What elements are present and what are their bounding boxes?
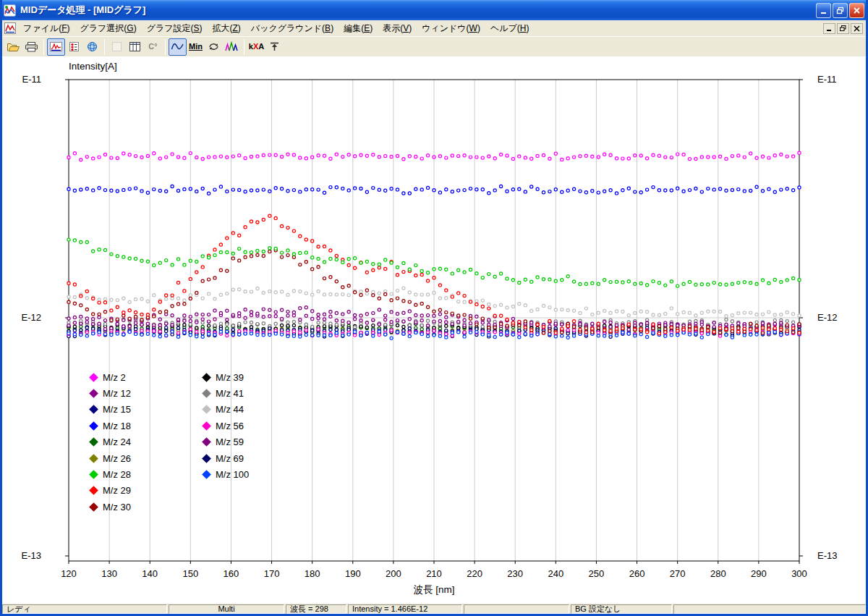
y-label-left: E-12	[22, 312, 41, 323]
x-tick-label: 250	[589, 568, 605, 579]
chart-area: Intensity[A]1201301401501601701801902002…	[0, 56, 868, 604]
caption-buttons	[816, 3, 864, 18]
x-tick-label: 130	[101, 568, 117, 579]
x-tick-label: 220	[467, 568, 482, 579]
x-tick-label: 140	[142, 568, 158, 579]
marker-list-button[interactable]	[65, 38, 83, 56]
sine-wave-icon	[171, 41, 184, 52]
print-button[interactable]	[22, 38, 41, 56]
plot-area[interactable]: Intensity[A]1201301401501601701801902002…	[0, 56, 868, 604]
blue-sphere-icon	[85, 41, 99, 52]
mdi-close-icon	[854, 25, 860, 32]
y-axis-title: Intensity[A]	[69, 61, 117, 72]
graph-mode-button[interactable]	[47, 38, 65, 56]
kxa-icon: kXA	[249, 43, 264, 51]
window-title: MIDデータ処理 - [MIDグラフ]	[20, 4, 816, 17]
sphere-view-button[interactable]	[83, 38, 101, 56]
loop-mode-button[interactable]	[205, 38, 223, 56]
table-view-button[interactable]	[126, 38, 144, 56]
status-panel-6	[673, 604, 866, 614]
folder-open-icon	[7, 41, 20, 52]
toolbar-separator	[104, 39, 105, 55]
upload-button[interactable]	[265, 38, 284, 56]
restore-button[interactable]	[833, 3, 848, 18]
close-icon	[853, 7, 861, 14]
kxa-mode-button[interactable]: kXA	[247, 38, 265, 56]
wave-mode-button[interactable]	[169, 38, 187, 56]
x-tick-label: 230	[507, 568, 523, 579]
status-bar: レディMulti波長 = 298Intensity = 1.466E-12BG …	[2, 603, 866, 614]
status-bg-: BG 設定なし	[571, 604, 672, 614]
y-label-right: E-11	[817, 74, 837, 85]
x-tick-label: 200	[386, 568, 401, 579]
mdi-child-icon[interactable]	[4, 22, 16, 34]
mdi-window-buttons	[823, 23, 866, 34]
y-label-right: E-13	[817, 550, 837, 561]
red-marker-list-icon	[67, 41, 81, 52]
menu-w[interactable]: ウィンドウ(W)	[417, 20, 485, 37]
menu-e[interactable]: 編集(E)	[339, 20, 378, 37]
x-axis-title: 波長 [nm]	[413, 584, 454, 595]
app-window: MIDデータ処理 - [MIDグラフ]	[0, 0, 868, 616]
app-icon	[4, 4, 16, 17]
mdi-restore-icon	[840, 25, 846, 32]
celsius-icon: C°	[148, 43, 157, 51]
mdi-minimize-icon	[826, 25, 833, 32]
y-label-left: E-11	[22, 74, 42, 85]
menu-s[interactable]: グラフ設定(S)	[142, 20, 208, 37]
menu-g[interactable]: グラフ選択(G)	[75, 20, 141, 37]
menu-h[interactable]: ヘルプ(H)	[485, 20, 535, 37]
restore-icon	[836, 7, 844, 14]
min-mode-button[interactable]: Min	[187, 38, 205, 56]
toolbar-separator	[244, 39, 244, 55]
peaks-mode-button[interactable]	[223, 38, 241, 56]
close-button[interactable]	[849, 3, 864, 18]
menu-v[interactable]: 表示(V)	[378, 20, 417, 37]
x-tick-label: 260	[629, 568, 645, 579]
x-tick-label: 290	[751, 568, 767, 579]
x-tick-label: 300	[791, 568, 807, 579]
status-intensity-1-466e-12: Intensity = 1.466E-12	[348, 604, 462, 614]
mdi-minimize-button[interactable]	[823, 23, 835, 34]
status-panel-4	[464, 604, 569, 614]
x-tick-label: 240	[548, 568, 563, 579]
status--: レディ	[2, 604, 167, 614]
menu-items: ファイル(F)グラフ選択(G)グラフ設定(S)拡大(Z)バックグラウンド(B)編…	[18, 20, 534, 37]
x-tick-label: 210	[426, 568, 442, 579]
x-tick-label: 180	[305, 568, 320, 579]
blank-mode-button[interactable]	[108, 38, 126, 56]
toolbar: C°MinkXA	[0, 36, 868, 56]
menu-b[interactable]: バックグラウンド(B)	[246, 20, 339, 37]
status--298: 波長 = 298	[286, 604, 346, 614]
menu-bar: ファイル(F)グラフ選択(G)グラフ設定(S)拡大(Z)バックグラウンド(B)編…	[0, 20, 868, 36]
x-tick-label: 280	[710, 568, 726, 579]
x-tick-label: 270	[670, 568, 686, 579]
loop-arrows-icon	[207, 41, 221, 52]
minimize-icon	[820, 7, 827, 14]
celsius-mode-button[interactable]: C°	[144, 38, 162, 56]
x-tick-label: 170	[264, 568, 280, 579]
menu-f[interactable]: ファイル(F)	[18, 20, 75, 37]
peaks-icon	[225, 41, 239, 52]
toolbar-separator	[43, 39, 44, 55]
status-multi: Multi	[169, 604, 284, 614]
toolbar-separator	[165, 39, 166, 55]
mdi-close-button[interactable]	[851, 23, 863, 34]
x-tick-label: 160	[224, 568, 239, 579]
spectrum-graph-icon	[49, 41, 63, 52]
y-label-right: E-12	[817, 312, 837, 323]
y-label-left: E-13	[22, 550, 41, 561]
menu-z[interactable]: 拡大(Z)	[208, 20, 246, 37]
blank-square-icon	[110, 41, 124, 52]
mdi-restore-button[interactable]	[837, 23, 849, 34]
x-tick-label: 190	[345, 568, 361, 579]
minimize-button[interactable]	[816, 3, 831, 18]
x-tick-label: 150	[182, 568, 198, 579]
min-icon: Min	[189, 43, 203, 51]
up-arrow-icon	[268, 41, 281, 52]
x-tick-label: 120	[61, 568, 77, 579]
open-button[interactable]	[4, 38, 22, 56]
printer-icon	[25, 41, 38, 52]
table-columns-icon	[128, 41, 142, 52]
title-bar: MIDデータ処理 - [MIDグラフ]	[0, 0, 868, 20]
